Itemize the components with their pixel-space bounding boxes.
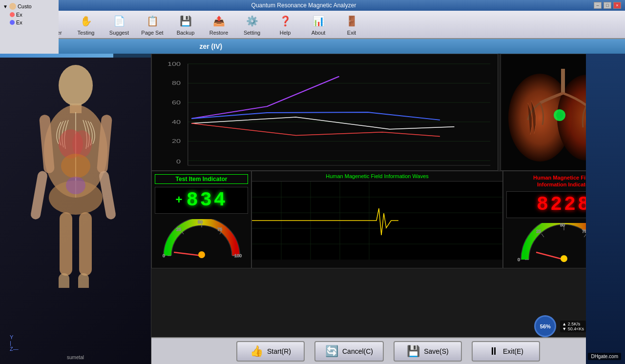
- svg-text:25: 25: [176, 227, 181, 232]
- chart-area: 100 80 60 40 20 0: [151, 54, 498, 171]
- test-item-digit-1: 8: [187, 189, 200, 211]
- percentage-value: 56%: [540, 324, 551, 329]
- doctor-panel: [586, 54, 625, 364]
- cancel-icon: 🔄: [325, 345, 338, 358]
- start-button[interactable]: 👍 Start(R): [236, 341, 305, 362]
- percentage-circle: 56%: [534, 315, 556, 337]
- svg-point-16: [66, 177, 85, 194]
- toolbar-label-help: Help: [280, 30, 291, 36]
- save-label: Save(S): [424, 347, 449, 355]
- watermark-text: DHgate.com: [591, 354, 618, 359]
- toolbar-suggest[interactable]: 📄Suggest: [104, 12, 135, 37]
- tree-root[interactable]: ▼ Custo: [2, 2, 57, 11]
- svg-point-37: [556, 112, 563, 119]
- window-title: Quantum Resonance Magnetic Analyzer: [14, 2, 594, 9]
- toolbar-label-testing: Testing: [78, 30, 95, 36]
- svg-rect-10: [79, 212, 92, 276]
- maximize-button[interactable]: □: [604, 2, 611, 9]
- toolbar-testing[interactable]: ✋Testing: [70, 12, 102, 37]
- download-speed: 50.4<Ks: [568, 326, 584, 331]
- toolbar-setting[interactable]: ⚙️Setting: [236, 12, 268, 37]
- toolbar-page_set[interactable]: 📋Page Set: [137, 12, 168, 37]
- mag-field-digit-2: 2: [550, 194, 564, 216]
- network-status: ▲ 2.5K/s ▼ 50.4<Ks: [560, 321, 586, 332]
- test-item-sign: +: [175, 194, 184, 207]
- axes-indicator: Y | Z—: [10, 334, 19, 352]
- toolbar-icon-exit: 🚪: [344, 13, 359, 29]
- mag-field-digit-3: 2: [564, 194, 578, 216]
- exit-icon: ⏸: [488, 345, 499, 358]
- svg-point-14: [72, 130, 92, 158]
- svg-text:40: 40: [172, 119, 181, 125]
- status-area: 56% ▲ 2.5K/s ▼ 50.4<Ks: [534, 315, 586, 337]
- toolbar-icon-help: ❓: [277, 13, 293, 29]
- svg-point-50: [198, 251, 205, 258]
- toolbar-exit[interactable]: 🚪Exit: [336, 12, 367, 37]
- close-button[interactable]: ×: [613, 2, 621, 9]
- svg-point-72: [561, 255, 567, 262]
- toolbar-backup[interactable]: 💾Backup: [170, 12, 201, 37]
- toolbar-label-about: About: [312, 30, 326, 36]
- breadcrumb: Tested pers zer (IV): [0, 39, 625, 54]
- svg-text:50: 50: [198, 220, 203, 224]
- svg-line-70: [536, 252, 564, 260]
- body-model-svg: [5, 59, 146, 288]
- svg-text:0: 0: [176, 159, 181, 165]
- mag-field-digit-1: 8: [537, 194, 550, 216]
- toolbar-icon-suggest: 📄: [111, 13, 127, 29]
- chart-svg: 100 80 60 40 20 0: [152, 54, 498, 170]
- test-item-gauge: 0 25 50 75 100: [155, 218, 248, 262]
- upload-speed: 2.5K/s: [568, 322, 581, 326]
- tree-item-2[interactable]: Ex: [2, 19, 57, 26]
- svg-text:100: 100: [167, 61, 181, 67]
- svg-line-62: [542, 234, 544, 237]
- toolbar-help[interactable]: ❓Help: [270, 12, 301, 37]
- exit-label: Exit(E): [503, 347, 523, 355]
- svg-rect-11: [59, 273, 69, 288]
- waves-svg: [252, 182, 502, 260]
- start-icon: 👍: [250, 345, 263, 358]
- toolbar-icon-testing: ✋: [78, 13, 94, 29]
- window-controls[interactable]: – □ ×: [594, 2, 621, 9]
- toolbar-icon-about: 📊: [311, 13, 326, 29]
- svg-line-48: [174, 252, 202, 256]
- svg-text:50: 50: [560, 223, 565, 227]
- magnetic-waves: Human Magenetic Field Information Waves: [251, 171, 503, 268]
- watermark: DHgate.com: [588, 353, 621, 360]
- tree-item-1[interactable]: Ex: [2, 11, 57, 19]
- tree-panel: ▼ Custo Ex Ex: [0, 0, 59, 28]
- toolbar-label-backup: Backup: [177, 30, 195, 36]
- toolbar-about[interactable]: 📊About: [303, 12, 334, 37]
- toolbar-label-page_set: Page Set: [141, 30, 163, 36]
- center-display: Y | Z— sumetal: [0, 54, 625, 364]
- toolbar-icon-setting: ⚙️: [244, 13, 260, 29]
- minimize-button[interactable]: –: [594, 2, 602, 9]
- toolbar-icon-page_set: 📋: [145, 13, 160, 29]
- test-item-title: Test Item Indicator: [155, 174, 248, 184]
- exit-button[interactable]: ⏸ Exit(E): [472, 341, 540, 362]
- svg-text:60: 60: [172, 100, 181, 106]
- svg-text:80: 80: [172, 80, 181, 86]
- model-label: sumetal: [67, 355, 84, 360]
- toolbar-icon-restore: 📤: [211, 13, 227, 29]
- svg-text:100: 100: [234, 253, 242, 258]
- svg-rect-9: [60, 212, 72, 276]
- test-item-digit-3: 4: [214, 189, 228, 211]
- save-button[interactable]: 💾 Save(S): [394, 341, 462, 362]
- svg-point-0: [59, 65, 93, 106]
- toolbar-restore[interactable]: 📤Restore: [203, 12, 234, 37]
- model-area: Y | Z— sumetal: [0, 54, 151, 364]
- cancel-button[interactable]: 🔄 Cancel(C): [314, 341, 384, 362]
- svg-point-15: [61, 154, 90, 178]
- test-item-indicator: Test Item Indicator + 8 3 4: [151, 171, 251, 268]
- svg-rect-12: [78, 273, 89, 288]
- instruments-row: Test Item Indicator + 8 3 4: [151, 171, 625, 268]
- waves-title: Human Magenetic Field Information Waves: [252, 171, 502, 182]
- svg-text:0: 0: [163, 253, 165, 258]
- save-icon: 💾: [407, 345, 420, 358]
- start-label: Start(R): [267, 347, 291, 355]
- action-buttons: 👍 Start(R) 🔄 Cancel(C) 💾 Save(S) ⏸ Exit(…: [151, 337, 625, 364]
- tree-item-1-label: Ex: [16, 12, 22, 18]
- toolbar-label-suggest: Suggest: [109, 30, 129, 36]
- toolbar-label-setting: Setting: [244, 30, 260, 36]
